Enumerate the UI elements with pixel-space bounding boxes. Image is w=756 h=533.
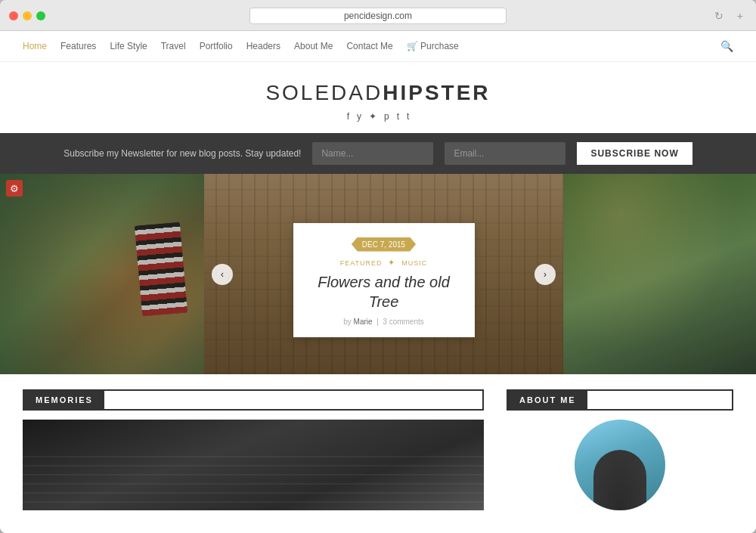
post-categories: FEATURED ✦ MUSIC <box>312 258 456 268</box>
site-header: SOLEDADHIPSTER f y ✦ p t t <box>0 62 756 133</box>
memories-image <box>23 420 484 510</box>
site-title-part1: SOLEDAD <box>265 81 383 104</box>
about-title: ABOUT ME <box>508 391 587 409</box>
nav-home[interactable]: Home <box>23 41 47 51</box>
tumblr-icon[interactable]: t <box>397 111 399 122</box>
nav-aboutme[interactable]: About Me <box>294 41 333 51</box>
newsletter-email-input[interactable] <box>445 142 565 165</box>
browser-chrome: pencidesign.com ↻ + <box>0 0 756 31</box>
site-title: SOLEDADHIPSTER <box>15 81 741 105</box>
stairs-image <box>23 420 484 510</box>
right-image <box>563 174 756 374</box>
category-separator: ✦ <box>388 258 398 267</box>
category-music[interactable]: MUSIC <box>401 259 427 267</box>
twitter-icon[interactable]: y <box>357 111 361 122</box>
close-button[interactable] <box>9 11 18 20</box>
slide-panel-center: ‹ DEC 7, 2015 FEATURED ✦ MUSIC Flowers a… <box>204 174 563 374</box>
newsletter-name-input[interactable] <box>312 142 433 165</box>
minimize-button[interactable] <box>23 11 32 20</box>
about-me-image <box>575 420 665 510</box>
left-image <box>0 174 204 374</box>
site-nav: Home Features Life Style Travel Portfoli… <box>0 31 756 62</box>
about-me-widget: ABOUT ME <box>507 389 733 510</box>
nav-headers[interactable]: Headers <box>246 41 280 51</box>
nav-links: Home Features Life Style Travel Portfoli… <box>23 41 459 51</box>
social-icons: f y ✦ p t t <box>15 111 741 122</box>
nav-features[interactable]: Features <box>60 41 96 51</box>
search-icon[interactable]: 🔍 <box>720 40 733 52</box>
about-title-bar: ABOUT ME <box>507 389 733 411</box>
pinterest-icon[interactable]: p <box>384 111 389 122</box>
memories-title-line <box>104 399 482 401</box>
site-title-part2: HIPSTER <box>383 81 490 104</box>
maximize-button[interactable] <box>36 11 45 20</box>
next-slide-button[interactable]: › <box>534 264 556 285</box>
prev-arrow-icon: ‹ <box>221 268 224 280</box>
post-comments[interactable]: 3 comments <box>383 318 423 326</box>
youtube-icon[interactable]: t <box>407 111 409 122</box>
post-date-badge: DEC 7, 2015 <box>352 237 416 252</box>
address-bar: pencidesign.com <box>51 8 705 24</box>
slide-panel-right <box>563 174 756 374</box>
post-meta: by Marie | 3 comments <box>312 318 456 326</box>
browser-window: pencidesign.com ↻ + Home Features Life S… <box>0 0 756 533</box>
facebook-icon[interactable]: f <box>347 111 349 122</box>
nav-travel[interactable]: Travel <box>161 41 186 51</box>
slide-panel-left <box>0 174 204 374</box>
memories-widget: MEMORIES <box>23 389 484 510</box>
newsletter-text: Subscribe my Newsletter for new blog pos… <box>64 148 301 159</box>
post-title[interactable]: Flowers and the old Tree <box>312 272 456 311</box>
bottom-section: MEMORIES ABOUT ME <box>0 374 756 525</box>
prev-slide-button[interactable]: ‹ <box>212 264 233 285</box>
nav-portfolio[interactable]: Portfolio <box>200 41 233 51</box>
traffic-lights <box>9 11 45 20</box>
gear-badge[interactable]: ⚙ <box>6 180 23 197</box>
slider-section: ⚙ ‹ <box>0 174 756 374</box>
nav-lifestyle[interactable]: Life Style <box>110 41 147 51</box>
nav-purchase[interactable]: 🛒 Purchase <box>407 41 459 51</box>
category-featured[interactable]: FEATURED <box>340 259 383 267</box>
blanket-decoration <box>135 222 187 316</box>
reload-button[interactable]: ↻ <box>711 8 727 23</box>
about-title-line <box>587 399 732 401</box>
newsletter-bar: Subscribe my Newsletter for new blog pos… <box>0 133 756 174</box>
instagram-icon[interactable]: ✦ <box>369 111 376 122</box>
url-display[interactable]: pencidesign.com <box>249 8 507 24</box>
memories-title-bar: MEMORIES <box>23 389 484 411</box>
next-arrow-icon: › <box>544 268 547 280</box>
gear-icon: ⚙ <box>10 183 19 194</box>
post-author[interactable]: Marie <box>354 318 373 326</box>
page-content: Home Features Life Style Travel Portfoli… <box>0 31 756 533</box>
new-tab-button[interactable]: + <box>733 8 747 23</box>
post-card: DEC 7, 2015 FEATURED ✦ MUSIC Flowers and… <box>293 223 475 337</box>
nav-contactme[interactable]: Contact Me <box>346 41 392 51</box>
memories-title: MEMORIES <box>24 391 104 409</box>
subscribe-button[interactable]: SUBSCRIBE NOW <box>577 142 692 165</box>
